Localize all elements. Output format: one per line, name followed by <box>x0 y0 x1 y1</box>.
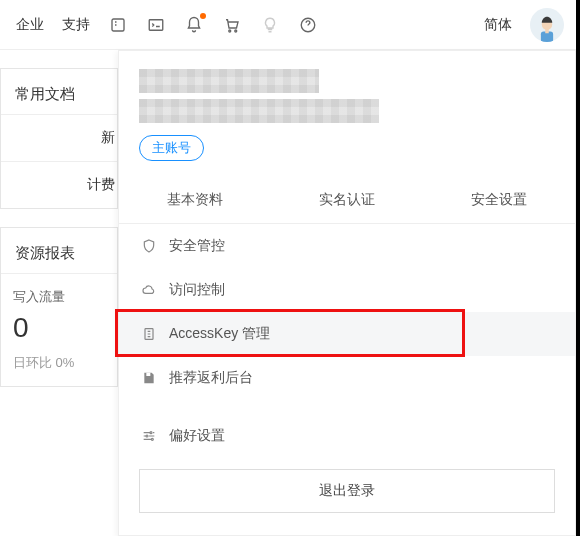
docs-card: 常用文档 新 计费 <box>0 68 118 209</box>
svg-rect-9 <box>146 373 150 376</box>
user-dropdown: 主账号 基本资料 实名认证 安全设置 安全管控 访问控制 AccessKey 管… <box>118 50 576 536</box>
sliders-icon <box>141 428 157 444</box>
key-icon <box>141 326 157 342</box>
topbar: 企业 支持 简体 <box>0 0 580 50</box>
svg-point-10 <box>150 432 152 434</box>
bell-icon[interactable] <box>184 15 204 35</box>
cart-icon[interactable] <box>222 15 242 35</box>
dropdown-tabs: 基本资料 实名认证 安全设置 <box>119 177 575 224</box>
metric-delta: 日环比 0% <box>13 354 105 372</box>
menu-label: AccessKey 管理 <box>169 325 270 343</box>
tab-realname[interactable]: 实名认证 <box>271 177 423 223</box>
lang-switch[interactable]: 简体 <box>484 16 512 34</box>
svg-rect-1 <box>149 19 163 30</box>
menu-rebate[interactable]: 推荐返利后台 <box>119 356 575 400</box>
terminal-icon[interactable] <box>146 15 166 35</box>
menu-access-control[interactable]: 访问控制 <box>119 268 575 312</box>
resource-card: 资源报表 写入流量 0 日环比 0% <box>0 227 118 387</box>
avatar[interactable] <box>530 8 564 42</box>
svg-point-2 <box>229 30 231 32</box>
disk-icon <box>141 370 157 386</box>
svg-point-12 <box>151 438 153 440</box>
resource-title: 资源报表 <box>1 228 117 273</box>
menu-accesskey[interactable]: AccessKey 管理 <box>119 312 575 356</box>
dropdown-header: 主账号 <box>119 51 575 173</box>
cloud-icon <box>141 282 157 298</box>
logout-button[interactable]: 退出登录 <box>139 469 555 513</box>
shield-icon <box>141 238 157 254</box>
redacted-account-id <box>139 99 379 123</box>
svg-point-11 <box>146 435 148 437</box>
tab-security[interactable]: 安全设置 <box>423 177 575 223</box>
menu-label: 访问控制 <box>169 281 225 299</box>
metric-value: 0 <box>13 312 105 344</box>
docs-stub-2[interactable]: 计费 <box>1 161 117 208</box>
nav-enterprise[interactable]: 企业 <box>16 16 44 34</box>
menu-secure-control[interactable]: 安全管控 <box>119 224 575 268</box>
help-icon[interactable] <box>298 15 318 35</box>
account-type-badge: 主账号 <box>139 135 204 161</box>
redacted-username <box>139 69 319 93</box>
menu-label: 安全管控 <box>169 237 225 255</box>
menu-label: 推荐返利后台 <box>169 369 253 387</box>
tab-profile[interactable]: 基本资料 <box>119 177 271 223</box>
scrollbar[interactable] <box>576 0 580 536</box>
svg-rect-7 <box>545 28 549 32</box>
nav-support[interactable]: 支持 <box>62 16 90 34</box>
svg-rect-0 <box>112 19 124 31</box>
metric-label: 写入流量 <box>13 288 105 306</box>
bulb-icon[interactable] <box>260 15 280 35</box>
menu-label: 偏好设置 <box>169 427 225 445</box>
docs-title: 常用文档 <box>1 69 117 114</box>
docs-stub-1[interactable]: 新 <box>1 114 117 161</box>
svg-point-3 <box>235 30 237 32</box>
left-column: 常用文档 新 计费 资源报表 写入流量 0 日环比 0% <box>0 50 118 387</box>
app-icon[interactable] <box>108 15 128 35</box>
